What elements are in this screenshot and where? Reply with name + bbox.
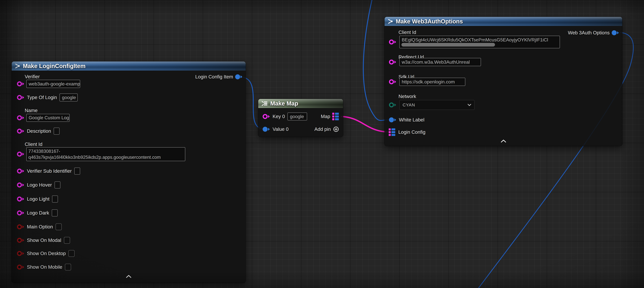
key0-pin[interactable] bbox=[263, 114, 270, 119]
node-header[interactable]: Make Web3AuthOptions bbox=[384, 17, 622, 26]
show-on-mobile-pin[interactable] bbox=[17, 264, 24, 269]
verifier-sub-identifier-pin[interactable] bbox=[17, 169, 24, 174]
login-config-item-output-pin[interactable] bbox=[235, 74, 242, 79]
type-of-login-input[interactable]: google bbox=[60, 94, 78, 101]
add-pin-button[interactable]: Add pin bbox=[314, 126, 339, 132]
show-on-modal-checkbox[interactable] bbox=[64, 237, 70, 244]
web-3auth-options-output-pin[interactable] bbox=[612, 30, 619, 35]
white-label-row: White Label bbox=[389, 117, 424, 123]
node-make-loginconfigitem[interactable]: Make LoginConfigItem Login Config Item V… bbox=[12, 62, 246, 283]
output-pin-label: Web 3Auth Options bbox=[568, 30, 610, 36]
main-option-row: Main Option bbox=[17, 223, 62, 230]
logo-light-input[interactable] bbox=[52, 195, 58, 202]
node-header[interactable]: Make LoginConfigItem bbox=[12, 62, 246, 71]
verifier-sub-identifier-row: Verifier Sub Identifier bbox=[17, 168, 80, 175]
client-id-value: BEglQSgt4cUWcj6SKRdu5QkOXTsePmMcusG5EAoy… bbox=[402, 37, 558, 43]
network-pin[interactable] bbox=[389, 102, 396, 107]
show-on-desktop-checkbox[interactable] bbox=[68, 250, 74, 257]
collapse-node-button[interactable] bbox=[126, 275, 132, 279]
show-on-mobile-label: Show On Mobile bbox=[27, 264, 62, 270]
collapse-node-button[interactable] bbox=[501, 139, 506, 143]
type-of-login-label: Type Of Login bbox=[27, 95, 57, 100]
add-pin-label: Add pin bbox=[314, 126, 331, 132]
value0-row: Value 0 bbox=[263, 126, 288, 132]
show-on-modal-pin[interactable] bbox=[17, 238, 24, 243]
wire-map-to-loginconfig[interactable] bbox=[341, 117, 390, 132]
description-input[interactable] bbox=[54, 128, 60, 135]
key0-row: Key 0 google bbox=[263, 113, 307, 120]
value0-label: Value 0 bbox=[272, 126, 288, 132]
chevron-down-icon bbox=[468, 104, 471, 106]
make-struct-icon bbox=[388, 19, 393, 24]
logo-dark-input[interactable] bbox=[52, 209, 58, 216]
logo-light-label: Logo Light bbox=[27, 196, 50, 202]
show-on-desktop-label: Show On Desktop bbox=[27, 251, 66, 256]
key0-input[interactable]: google bbox=[288, 113, 307, 120]
show-on-desktop-row: Show On Desktop bbox=[17, 250, 74, 257]
sdk-url-input[interactable]: https://sdk.openlogin.com bbox=[399, 78, 465, 86]
network-selected-value: CYAN bbox=[402, 102, 415, 107]
show-on-modal-row: Show On Modal bbox=[17, 237, 70, 244]
node-title: Make Web3AuthOptions bbox=[396, 18, 463, 25]
logo-hover-pin[interactable] bbox=[17, 182, 24, 187]
value0-pin[interactable] bbox=[263, 127, 270, 132]
name-pin[interactable] bbox=[17, 115, 24, 120]
chevron-up-icon bbox=[501, 139, 506, 143]
client-id-label: Client Id bbox=[398, 30, 416, 35]
show-on-mobile-row: Show On Mobile bbox=[17, 264, 71, 270]
show-on-modal-label: Show On Modal bbox=[27, 237, 61, 243]
verifier-label: Verifier bbox=[25, 74, 40, 80]
client-id-pin[interactable] bbox=[389, 40, 396, 45]
chevron-up-icon bbox=[126, 275, 132, 278]
verifier-sub-identifier-label: Verifier Sub Identifier bbox=[27, 168, 72, 174]
white-label-pin[interactable] bbox=[389, 117, 396, 122]
logo-hover-input[interactable] bbox=[54, 181, 60, 188]
main-option-checkbox[interactable] bbox=[56, 223, 62, 230]
name-label: Name bbox=[25, 108, 38, 113]
logo-light-row: Logo Light bbox=[17, 195, 58, 202]
network-dropdown[interactable]: CYAN bbox=[399, 100, 474, 110]
make-map-icon bbox=[261, 101, 268, 106]
verifier-input[interactable]: web3auth-google-example bbox=[26, 80, 80, 88]
blueprint-canvas[interactable]: Make LoginConfigItem Login Config Item V… bbox=[0, 0, 644, 288]
main-option-pin[interactable] bbox=[17, 224, 24, 229]
node-title: Make Map bbox=[270, 100, 298, 107]
map-output-pin[interactable] bbox=[332, 113, 339, 120]
client-id-input[interactable]: 774338308167- q463s7kpvja16l4l0kko3nb925… bbox=[26, 147, 185, 161]
name-input[interactable]: Google Custom Login bbox=[26, 114, 70, 122]
logo-light-pin[interactable] bbox=[17, 196, 24, 201]
description-pin[interactable] bbox=[17, 129, 24, 134]
output-pin-row: Login Config Item bbox=[195, 74, 242, 80]
show-on-desktop-pin[interactable] bbox=[17, 251, 24, 256]
type-of-login-pin[interactable] bbox=[17, 95, 24, 100]
client-id-scrollbar[interactable] bbox=[402, 43, 495, 47]
map-output-row: Map bbox=[321, 113, 339, 120]
description-label: Description bbox=[27, 128, 51, 134]
logo-dark-label: Logo Dark bbox=[27, 210, 49, 216]
redirect-url-pin[interactable] bbox=[389, 60, 396, 65]
redirect-url-input[interactable]: w3a://com.w3a.Web3AuthUnreal bbox=[399, 58, 481, 66]
show-on-mobile-checkbox[interactable] bbox=[65, 264, 71, 270]
network-label: Network bbox=[398, 94, 416, 99]
verifier-sub-identifier-input[interactable] bbox=[74, 168, 80, 175]
logo-dark-pin[interactable] bbox=[17, 210, 24, 215]
output-pin-label: Login Config Item bbox=[195, 74, 233, 80]
node-title: Make LoginConfigItem bbox=[23, 63, 86, 69]
logo-hover-row: Logo Hover bbox=[17, 181, 60, 188]
client-id-input[interactable]: BEglQSgt4cUWcj6SKRdu5QkOXTsePmMcusG5EAoy… bbox=[399, 36, 560, 48]
login-config-row: Login Config bbox=[389, 128, 426, 136]
sdk-url-pin[interactable] bbox=[389, 79, 396, 84]
node-make-web3authoptions[interactable]: Make Web3AuthOptions Web 3Auth Options C… bbox=[384, 17, 622, 146]
output-pin-row: Web 3Auth Options bbox=[568, 30, 619, 36]
white-label-label: White Label bbox=[399, 117, 424, 123]
logo-dark-row: Logo Dark bbox=[17, 209, 58, 216]
client-id-line1: 774338308167- bbox=[28, 148, 60, 154]
login-config-pin[interactable] bbox=[389, 128, 396, 136]
client-id-pin[interactable] bbox=[17, 152, 24, 157]
circle-plus-icon bbox=[333, 126, 339, 132]
node-header[interactable]: Make Map bbox=[258, 99, 343, 108]
key0-label: Key 0 bbox=[272, 114, 285, 119]
verifier-pin[interactable] bbox=[17, 81, 24, 86]
node-make-map[interactable]: Make Map Key 0 google Map Value 0 Add pi… bbox=[258, 99, 343, 137]
login-config-label: Login Config bbox=[398, 129, 426, 135]
